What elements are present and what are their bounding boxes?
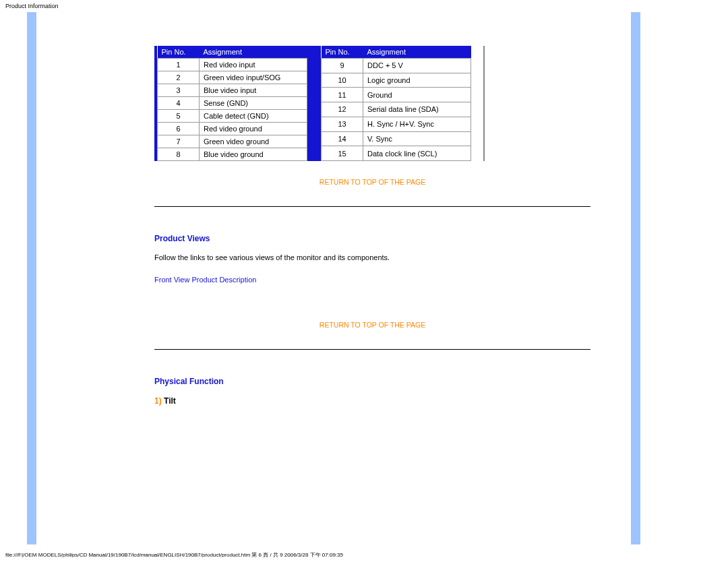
th-pin-left: Pin No. <box>158 46 200 59</box>
pin-cell: 2 <box>158 71 200 84</box>
front-view-link[interactable]: Front View Product Description <box>154 276 256 284</box>
divider-1 <box>154 206 590 207</box>
table-row: 14V. Sync <box>322 131 471 146</box>
pin-tables: Pin No. Assignment 1Red video input 2Gre… <box>154 46 485 161</box>
tilt-label: Tilt <box>164 396 176 406</box>
left-margin <box>0 12 27 544</box>
table-row: 8Blue video ground <box>158 148 307 161</box>
assign-cell: Blue video input <box>200 84 307 97</box>
pin-cell: 8 <box>158 148 200 161</box>
th-assign-left: Assignment <box>200 46 307 59</box>
assign-cell: Blue video ground <box>200 148 307 161</box>
page-container: Pin No. Assignment 1Red video input 2Gre… <box>0 12 728 544</box>
pin-cell: 4 <box>158 97 200 110</box>
pin-cell: 12 <box>322 102 363 117</box>
tilt-heading: 1) Tilt <box>154 396 590 406</box>
pin-table-right: Pin No. Assignment 9DDC + 5 V 10Logic gr… <box>321 46 471 161</box>
return-top-link-2[interactable]: RETURN TO TOP OF THE PAGE <box>154 321 590 329</box>
assign-cell: Serial data line (SDA) <box>363 102 471 117</box>
assign-cell: Red video input <box>200 59 307 71</box>
pin-cell: 3 <box>158 84 200 97</box>
assign-cell: Green video ground <box>200 135 307 148</box>
table-row: 11Ground <box>322 88 471 102</box>
right-sidebar-bar <box>631 12 640 544</box>
table-row: 12Serial data line (SDA) <box>322 102 471 117</box>
tilt-number: 1) <box>154 396 162 406</box>
assign-cell: Red video ground <box>200 123 307 135</box>
table-row: 15Data clock line (SCL) <box>322 146 471 161</box>
assign-cell: Cable detect (GND) <box>200 110 307 123</box>
pin-cell: 9 <box>322 59 363 73</box>
table-row: 1Red video input <box>158 59 307 71</box>
assign-cell: Data clock line (SCL) <box>363 146 471 161</box>
table-row: 7Green video ground <box>158 135 307 148</box>
assign-cell: Green video input/SOG <box>200 71 307 84</box>
right-margin <box>640 12 728 544</box>
assign-cell: V. Sync <box>363 131 471 146</box>
product-views-body: Follow the links to see various views of… <box>154 253 590 261</box>
table-row: 10Logic ground <box>322 73 471 88</box>
pin-cell: 11 <box>322 88 363 102</box>
left-sidebar-bar <box>27 12 36 544</box>
pin-cell: 13 <box>322 117 363 131</box>
assign-cell: Logic ground <box>363 73 471 88</box>
assign-cell: Ground <box>363 88 471 102</box>
heading-physical-function: Physical Function <box>154 377 590 386</box>
table-row: 2Green video input/SOG <box>158 71 307 84</box>
assign-cell: H. Sync / H+V. Sync <box>363 117 471 131</box>
divider-2 <box>154 349 590 350</box>
table-row: 13H. Sync / H+V. Sync <box>322 117 471 131</box>
table-row: 6Red video ground <box>158 123 307 135</box>
table-row: 4Sense (GND) <box>158 97 307 110</box>
pin-cell: 6 <box>158 123 200 135</box>
th-assign-right: Assignment <box>363 46 471 59</box>
th-pin-right: Pin No. <box>322 46 363 59</box>
pin-cell: 14 <box>322 131 363 146</box>
assign-cell: DDC + 5 V <box>363 59 471 73</box>
footer-file-path: file:///F|/OEM MODELS/philips/CD Manual/… <box>0 549 728 557</box>
pin-cell: 1 <box>158 59 200 71</box>
table-divider <box>307 46 321 161</box>
table-row: 5Cable detect (GND) <box>158 110 307 123</box>
table-row: 9DDC + 5 V <box>322 59 471 73</box>
pin-table-left: Pin No. Assignment 1Red video input 2Gre… <box>157 46 307 161</box>
main-content: Pin No. Assignment 1Red video input 2Gre… <box>36 12 631 544</box>
table-row: 3Blue video input <box>158 84 307 97</box>
pin-cell: 10 <box>322 73 363 88</box>
heading-product-views: Product Views <box>154 234 590 243</box>
pin-cell: 15 <box>322 146 363 161</box>
page-header-title: Product Information <box>0 0 728 12</box>
pin-cell: 7 <box>158 135 200 148</box>
return-top-link-1[interactable]: RETURN TO TOP OF THE PAGE <box>154 178 590 186</box>
tilt-image-placeholder <box>154 406 590 527</box>
pin-cell: 5 <box>158 110 200 123</box>
assign-cell: Sense (GND) <box>200 97 307 110</box>
